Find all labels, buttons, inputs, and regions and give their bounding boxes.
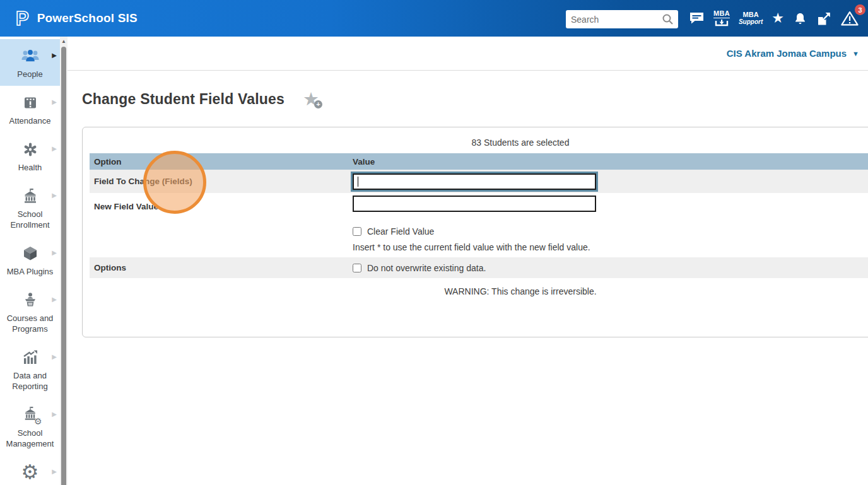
sidebar-scrollbar[interactable]: ▲: [60, 37, 67, 485]
sidebar-nav: People ▶ Attendance ▶ Health ▶ School En…: [0, 37, 60, 485]
scrollbar-thumb[interactable]: [61, 47, 66, 485]
alerts-warning-icon[interactable]: 3: [840, 10, 859, 26]
school-selector-label: CIS Akram Jomaa Campus: [727, 48, 847, 59]
plus-icon: +: [314, 100, 322, 108]
sidebar-item-label: Courses and Programs: [2, 313, 58, 334]
scroll-up-arrow-icon[interactable]: ▲: [60, 37, 67, 46]
sidebar-item-label: People: [2, 69, 58, 79]
sidebar-item-label: School Enrollment: [2, 209, 58, 230]
global-search[interactable]: [566, 10, 678, 28]
sidebar-item-label: MBA Plugins: [2, 266, 58, 277]
sidebar-item-label: Data and Reporting: [2, 370, 58, 392]
clear-field-value-label: Clear Field Value: [367, 226, 434, 237]
app-logo[interactable]: P PowerSchool SIS: [16, 9, 138, 28]
chevron-right-icon: ▶: [52, 192, 57, 199]
sidebar-item-mba-plugins[interactable]: MBA Plugins ▶: [0, 237, 60, 283]
value-column-header: Value: [351, 157, 868, 167]
table-header-row: Option Value: [90, 153, 868, 170]
new-field-value-label: New Field Value: [90, 196, 351, 252]
sidebar-item-school-enrollment[interactable]: School Enrollment ▶: [0, 179, 60, 237]
table-row: New Field Value Clear Field Value Insert…: [90, 193, 868, 257]
chevron-right-icon: ▶: [52, 468, 57, 475]
chevron-right-icon: ▶: [52, 411, 57, 418]
chevron-right-icon: ▶: [52, 145, 57, 152]
search-icon[interactable]: [661, 13, 674, 26]
search-input[interactable]: [571, 15, 661, 25]
do-not-overwrite-label: Do not overwrite existing data.: [367, 263, 486, 273]
sidebar-item-people[interactable]: People ▶: [0, 39, 60, 86]
school-selector-bar: CIS Akram Jomaa Campus ▼: [67, 37, 868, 71]
people-icon: [2, 47, 58, 64]
app-title: PowerSchool SIS: [37, 11, 138, 25]
chevron-right-icon: ▶: [52, 98, 57, 105]
external-link-icon[interactable]: [816, 11, 831, 26]
chevron-right-icon: ▶: [52, 249, 57, 256]
powerschool-logo-icon: P: [16, 9, 29, 28]
sidebar-item-data-and-reporting[interactable]: Data and Reporting ▶: [0, 341, 60, 398]
sidebar-item-courses-and-programs[interactable]: Courses and Programs ▶: [0, 283, 60, 341]
attendance-icon: [2, 94, 58, 111]
field-to-change-label: Field To Change (Fields): [90, 177, 351, 186]
chevron-right-icon: ▶: [52, 296, 57, 303]
notifications-bell-icon[interactable]: [793, 11, 807, 25]
sidebar-item-attendance[interactable]: Attendance ▶: [0, 86, 60, 132]
main-content: CIS Akram Jomaa Campus ▼ Change Student …: [67, 37, 868, 485]
irreversible-warning-text: WARNING: This change is irreversible.: [90, 278, 868, 296]
alert-count-badge: 3: [855, 4, 865, 15]
favorites-star-icon[interactable]: ★: [771, 11, 784, 25]
chevron-right-icon: ▶: [52, 52, 57, 59]
lectern-icon: [2, 291, 58, 308]
sidebar-item-health[interactable]: Health ▶: [0, 132, 60, 179]
page-header: Change Student Field Values ★ +: [82, 90, 868, 108]
selection-count-note: 83 Students are selected: [83, 127, 868, 148]
sidebar-item-label: Attendance: [2, 115, 58, 126]
cube-icon: [2, 245, 58, 262]
new-field-value-input[interactable]: [353, 196, 596, 212]
gear-icon: ⚙: [2, 464, 58, 481]
field-to-change-input[interactable]: [353, 173, 596, 190]
table-row: Field To Change (Fields): [90, 170, 868, 193]
sidebar-item-label: School Management: [2, 428, 58, 449]
option-column-header: Option: [90, 157, 351, 167]
top-header-bar: P PowerSchool SIS MBA MBA Support ★: [0, 0, 868, 37]
mba-plugins-download-icon[interactable]: MBA: [713, 10, 730, 26]
sidebar-item-label: Health: [2, 162, 58, 173]
add-to-favorites-button[interactable]: ★ +: [303, 90, 319, 108]
options-table: Option Value Field To Change (Fields) Ne…: [90, 153, 868, 296]
header-icon-row: MBA MBA Support ★ 3: [689, 0, 868, 37]
page-title: Change Student Field Values: [82, 91, 284, 108]
insert-asterisk-note: Insert * to use the current field value …: [353, 242, 868, 252]
sidebar-item-school-management[interactable]: ⚙ School Management ▶: [0, 398, 60, 455]
sidebar-item-system[interactable]: ⚙ ▶: [0, 455, 60, 485]
chevron-right-icon: ▶: [52, 353, 57, 360]
health-icon: [2, 141, 58, 158]
chevron-down-icon: ▼: [852, 50, 859, 57]
clear-field-value-checkbox[interactable]: [353, 227, 361, 236]
bar-chart-arrow-icon: [2, 349, 58, 366]
school-management-icon: ⚙: [2, 406, 58, 423]
school-selector-dropdown[interactable]: CIS Akram Jomaa Campus ▼: [727, 48, 859, 59]
do-not-overwrite-checkbox[interactable]: [353, 264, 361, 272]
options-row-label: Options: [90, 263, 351, 272]
mba-support-icon[interactable]: MBA Support: [739, 11, 763, 26]
messages-icon[interactable]: [689, 11, 705, 25]
change-field-values-panel: 83 Students are selected Option Value Fi…: [82, 127, 868, 337]
school-building-icon: [2, 187, 58, 204]
gear-icon: ⚙: [34, 417, 42, 426]
table-row: Options Do not overwrite existing data.: [90, 257, 868, 278]
